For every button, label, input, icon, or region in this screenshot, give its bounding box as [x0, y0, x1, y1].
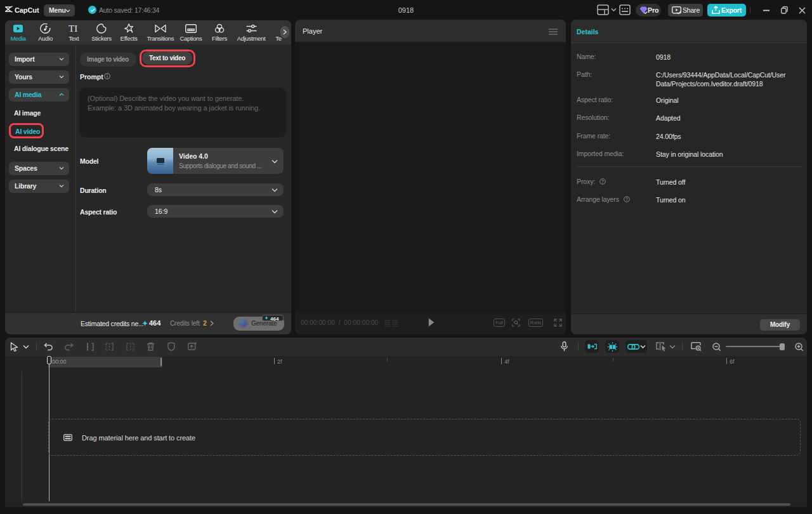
svg-text:TI: TI — [69, 23, 77, 33]
